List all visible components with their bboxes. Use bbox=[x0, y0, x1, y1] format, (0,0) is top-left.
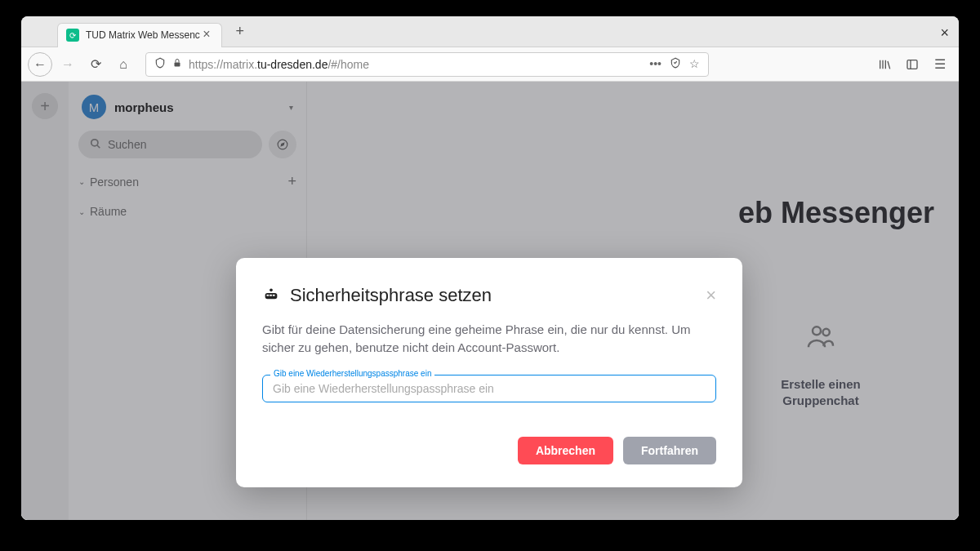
modal-actions: Abbrechen Fortfahren bbox=[262, 437, 716, 464]
svg-line-4 bbox=[888, 61, 890, 69]
pocket-shield-icon[interactable] bbox=[670, 57, 681, 71]
url-bar[interactable]: https://matrix.tu-dresden.de/#/home ••• … bbox=[145, 52, 709, 77]
modal-header: Sicherheitsphrase setzen × bbox=[262, 284, 716, 306]
passphrase-input[interactable] bbox=[262, 375, 716, 402]
svg-rect-18 bbox=[270, 295, 272, 296]
shield-icon bbox=[154, 57, 166, 71]
nav-bar: ← → ⟳ ⌂ https://matrix.tu-dresden.de/#/h… bbox=[21, 47, 959, 82]
reload-button[interactable]: ⟳ bbox=[83, 52, 108, 77]
close-icon[interactable]: × bbox=[706, 285, 716, 306]
security-phrase-modal: Sicherheitsphrase setzen × Gibt für dein… bbox=[236, 258, 742, 487]
lock-icon bbox=[172, 58, 182, 70]
app-content: + M morpheus ▾ ⌄ Pers bbox=[21, 82, 959, 520]
url-domain: tu-dresden.de bbox=[257, 58, 327, 71]
sidebar-icon[interactable] bbox=[900, 52, 924, 77]
field-label: Gib eine Wiederherstellungspassphrase ei… bbox=[270, 369, 434, 378]
browser-tab[interactable]: ⟳ TUD Matrix Web Messenc × bbox=[57, 23, 222, 47]
url-suffix: /#/home bbox=[327, 58, 369, 71]
key-icon bbox=[262, 284, 280, 306]
forward-button[interactable]: → bbox=[56, 52, 80, 77]
svg-rect-5 bbox=[907, 60, 917, 69]
window-close-icon[interactable]: × bbox=[940, 24, 949, 42]
menu-icon[interactable]: ☰ bbox=[928, 52, 952, 77]
modal-title: Sicherheitsphrase setzen bbox=[290, 285, 696, 306]
tab-title: TUD Matrix Web Messenc bbox=[86, 29, 200, 41]
url-actions: ••• ☆ bbox=[649, 57, 700, 71]
url-prefix: https://matrix. bbox=[189, 58, 257, 71]
tab-close-icon[interactable]: × bbox=[200, 29, 213, 42]
bookmark-icon[interactable]: ☆ bbox=[689, 57, 700, 71]
cancel-button[interactable]: Abbrechen bbox=[518, 437, 613, 464]
continue-button[interactable]: Fortfahren bbox=[623, 437, 716, 464]
tab-bar: ⟳ TUD Matrix Web Messenc × + × bbox=[21, 16, 959, 47]
svg-point-15 bbox=[270, 289, 273, 292]
svg-rect-19 bbox=[273, 295, 275, 296]
modal-description: Gibt für deine Datensicherung eine gehei… bbox=[262, 321, 716, 357]
more-icon[interactable]: ••• bbox=[649, 57, 662, 71]
url-text: https://matrix.tu-dresden.de/#/home bbox=[189, 58, 643, 71]
passphrase-field-wrap: Gib eine Wiederherstellungspassphrase ei… bbox=[262, 375, 716, 402]
svg-rect-0 bbox=[175, 63, 180, 67]
back-button[interactable]: ← bbox=[28, 52, 52, 77]
svg-rect-17 bbox=[267, 295, 270, 296]
svg-rect-16 bbox=[265, 293, 278, 299]
library-icon[interactable] bbox=[872, 52, 897, 77]
favicon-icon: ⟳ bbox=[66, 29, 79, 42]
toolbar-right: ☰ bbox=[872, 52, 952, 77]
new-tab-button[interactable]: + bbox=[229, 20, 252, 43]
home-button[interactable]: ⌂ bbox=[111, 52, 136, 77]
browser-window: ⟳ TUD Matrix Web Messenc × + × ← → ⟳ ⌂ h… bbox=[21, 16, 959, 520]
